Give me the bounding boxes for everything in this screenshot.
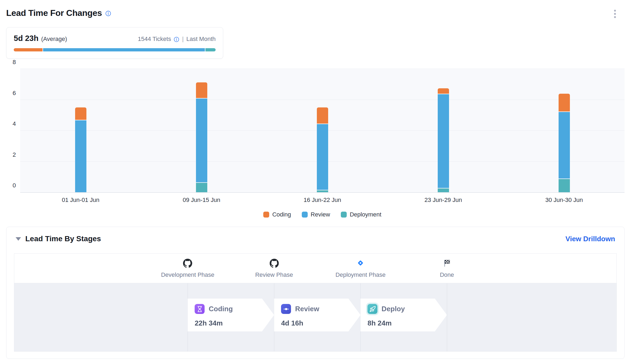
github-icon (161, 258, 214, 268)
phase-milestone-done: Done (440, 258, 454, 278)
bar-segment-deployment[interactable] (438, 188, 449, 192)
bar-segment-coding[interactable] (196, 82, 207, 98)
stacked-bar-2[interactable] (196, 82, 207, 192)
legend-item-review[interactable]: Review (302, 211, 330, 218)
x-axis-label: 09 Jun-15 Jun (141, 197, 262, 204)
header: Lead Time For Changes (6, 8, 625, 20)
checkered-flag-icon (440, 258, 454, 268)
bar-segment-review[interactable] (196, 99, 207, 182)
stage-card-header: Deploy (367, 304, 447, 314)
stage-table: Development PhaseReview PhaseDeployment … (14, 253, 617, 352)
stage-duration: 8h 24m (367, 319, 447, 327)
lead-time-panel: Lead Time For Changes 5d 23h (Average) 1… (0, 0, 631, 359)
bar-segment-deployment[interactable] (317, 190, 328, 192)
x-axis-label: 16 Jun-22 Jun (262, 197, 383, 204)
bar-segment-deployment[interactable] (559, 179, 570, 192)
caret-down-icon[interactable] (16, 237, 21, 241)
bar-column-1 (20, 69, 141, 192)
summary-progress-deployment (205, 48, 216, 51)
legend-label: Coding (272, 211, 291, 218)
bars-layer (20, 69, 625, 192)
y-axis-tick-6: 6 (13, 90, 16, 97)
legend-label: Deployment (350, 211, 381, 218)
stage-card-review: Review4d 16h (274, 299, 360, 331)
section-title: Lead Time By Stages (25, 234, 101, 243)
lead-time-by-stages-panel: Lead Time By Stages View Drilldown Devel… (6, 227, 625, 359)
tickets-count: 1544 Tickets (138, 36, 171, 43)
bar-column-3 (262, 69, 383, 192)
y-axis-tick-0: 0 (13, 182, 16, 189)
stage-card-header: Coding (195, 304, 274, 314)
stage-body-row: Coding22h 34mReview4d 16hDeploy8h 24m (14, 283, 616, 351)
legend-item-coding[interactable]: Coding (263, 211, 291, 218)
stage-title: Review (295, 305, 319, 313)
x-axis-label: 30 Jun-30 Jun (504, 197, 625, 204)
bar-segment-deployment[interactable] (196, 183, 207, 192)
average-lead-time-value: 5d 23h (14, 34, 38, 43)
kebab-menu-icon[interactable] (613, 8, 617, 20)
bar-segment-review[interactable] (438, 94, 449, 188)
bar-segment-review[interactable] (559, 112, 570, 178)
chart-legend: CodingReviewDeployment (20, 211, 625, 218)
rocket-icon (367, 304, 377, 314)
lead-time-chart: 02468 01 Jun-01 Jun09 Jun-15 Jun16 Jun-2… (20, 69, 625, 218)
phase-label: Done (440, 271, 454, 278)
bar-segment-coding[interactable] (438, 88, 449, 94)
y-axis-tick-2: 2 (13, 151, 16, 158)
phase-milestone-development-phase: Development Phase (161, 258, 214, 278)
x-axis-labels: 01 Jun-01 Jun09 Jun-15 Jun16 Jun-22 Jun2… (20, 197, 625, 204)
separator: | (182, 36, 184, 43)
column-separator-4 (447, 283, 447, 351)
bar-segment-coding[interactable] (75, 107, 86, 120)
github-icon (255, 258, 293, 268)
bar-column-5 (504, 69, 625, 192)
stacked-bar-1[interactable] (75, 107, 86, 192)
jira-icon (335, 258, 385, 268)
period-label: Last Month (186, 36, 216, 43)
stage-title: Coding (209, 305, 233, 313)
page-title: Lead Time For Changes (6, 8, 102, 18)
phase-header-row: Development PhaseReview PhaseDeployment … (14, 254, 616, 283)
stacked-bar-5[interactable] (559, 94, 570, 192)
bar-segment-review[interactable] (317, 124, 328, 190)
stage-duration: 22h 34m (195, 319, 274, 327)
legend-label: Review (311, 211, 330, 218)
plot-area: 02468 (20, 69, 625, 193)
commit-icon (281, 304, 291, 314)
summary-card: 5d 23h (Average) 1544 Tickets | Last Mon… (6, 27, 223, 59)
bar-segment-coding[interactable] (559, 94, 570, 111)
stacked-bar-3[interactable] (317, 107, 328, 192)
phase-label: Development Phase (161, 271, 214, 278)
stage-card-deploy: Deploy8h 24m (360, 299, 447, 331)
summary-progress-coding (14, 48, 43, 51)
legend-item-deployment[interactable]: Deployment (341, 211, 381, 218)
y-axis-tick-4: 4 (13, 120, 16, 127)
collapse-section-toggle[interactable]: Lead Time By Stages (14, 234, 101, 243)
bar-column-4 (383, 69, 504, 192)
average-label: (Average) (41, 36, 67, 43)
stacked-bar-4[interactable] (438, 88, 449, 192)
info-icon[interactable] (105, 10, 111, 16)
view-drilldown-link[interactable]: View Drilldown (566, 235, 615, 243)
bar-segment-coding[interactable] (317, 107, 328, 124)
hourglass-icon (195, 304, 205, 314)
tickets-info-icon[interactable] (174, 37, 179, 42)
stage-title: Deploy (381, 305, 405, 313)
stage-duration: 4d 16h (281, 319, 360, 327)
phase-label: Deployment Phase (335, 271, 385, 278)
stage-card-coding: Coding22h 34m (188, 299, 274, 331)
summary-progress-review (43, 48, 205, 51)
summary-progress (14, 48, 216, 51)
stage-card-header: Review (281, 304, 360, 314)
legend-swatch-deployment (341, 212, 347, 218)
phase-milestone-deployment-phase: Deployment Phase (335, 258, 385, 278)
y-axis-tick-8: 8 (13, 59, 16, 66)
legend-swatch-review (302, 212, 308, 218)
legend-swatch-coding (263, 212, 269, 218)
bar-segment-review[interactable] (75, 120, 86, 192)
phase-label: Review Phase (255, 271, 293, 278)
phase-milestone-review-phase: Review Phase (255, 258, 293, 278)
x-axis-label: 01 Jun-01 Jun (20, 197, 141, 204)
bar-column-2 (141, 69, 262, 192)
x-axis-label: 23 Jun-29 Jun (383, 197, 504, 204)
